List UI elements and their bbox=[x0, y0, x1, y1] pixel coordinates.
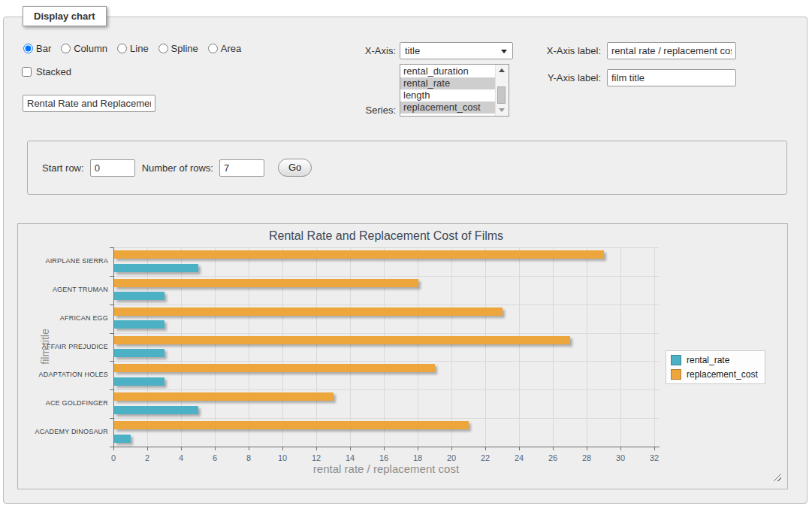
legend-item-rental_rate[interactable]: rental_rate bbox=[671, 355, 758, 365]
gridline-vertical bbox=[384, 247, 385, 447]
bar-replacement_cost bbox=[114, 308, 503, 316]
x-tick-label: 0 bbox=[98, 453, 128, 462]
series-listbox[interactable]: rental_durationrental_ratelengthreplacem… bbox=[400, 64, 509, 117]
resize-handle-icon[interactable] bbox=[773, 473, 781, 481]
x-axis-select-label: X-Axis: bbox=[334, 45, 396, 56]
chart-type-radio-bar[interactable] bbox=[23, 44, 33, 53]
chart-type-option-area[interactable]: Area bbox=[208, 43, 241, 54]
gridline-vertical bbox=[282, 247, 283, 447]
chart-type-radio-spline[interactable] bbox=[158, 44, 168, 53]
chart-type-option-label: Area bbox=[221, 43, 241, 54]
x-tick-mark bbox=[587, 447, 587, 450]
x-tick-label: 26 bbox=[538, 453, 568, 462]
x-tick-mark bbox=[384, 447, 385, 450]
rental_rate-swatch-icon bbox=[671, 355, 681, 365]
x-tick-mark bbox=[553, 447, 554, 450]
series-list-label: Series: bbox=[334, 105, 396, 116]
start-row-input[interactable] bbox=[90, 159, 135, 177]
gridline-vertical bbox=[316, 247, 317, 447]
x-tick-label: 8 bbox=[234, 453, 264, 462]
scrollbar-thumb[interactable] bbox=[497, 86, 506, 104]
bar-replacement_cost bbox=[114, 421, 469, 429]
gridline-horizontal bbox=[113, 389, 659, 390]
gridline-vertical bbox=[418, 247, 418, 447]
x-tick-label: 30 bbox=[605, 453, 635, 462]
x-tick-mark bbox=[654, 447, 655, 450]
bar-rental_rate bbox=[114, 320, 165, 329]
series-option-rental_rate[interactable]: rental_rate bbox=[400, 77, 496, 89]
chart-type-radio-area[interactable] bbox=[208, 44, 218, 53]
x-axis-select[interactable]: title bbox=[400, 42, 513, 59]
fieldset-legend: Display chart bbox=[23, 6, 107, 26]
scroll-down-icon[interactable] bbox=[499, 108, 505, 112]
x-tick-label: 4 bbox=[166, 453, 196, 462]
gridline-vertical bbox=[519, 247, 520, 447]
gridline-vertical bbox=[350, 247, 351, 447]
gridline-vertical bbox=[215, 247, 216, 447]
x-tick-label: 6 bbox=[200, 453, 230, 462]
x-tick-label: 18 bbox=[403, 453, 433, 462]
chart-title: Rental Rate and Replacement Cost of Film… bbox=[113, 229, 659, 243]
dropdown-arrow-icon bbox=[501, 50, 507, 53]
chart-type-option-column[interactable]: Column bbox=[61, 43, 107, 54]
bar-rental_rate bbox=[114, 264, 198, 272]
x-tick-label: 2 bbox=[132, 453, 162, 462]
gridline-horizontal bbox=[113, 333, 659, 334]
chart-type-option-line[interactable]: Line bbox=[117, 43, 149, 54]
x-axis-label-input[interactable] bbox=[607, 42, 736, 59]
x-tick-mark bbox=[485, 447, 486, 450]
x-axis-line bbox=[113, 447, 660, 447]
series-option-replacement_cost[interactable]: replacement_cost bbox=[400, 101, 496, 114]
chart-type-option-label: Spline bbox=[171, 43, 198, 54]
x-tick-mark bbox=[316, 447, 317, 450]
legend-item-label: replacement_cost bbox=[687, 369, 758, 380]
gridline-vertical bbox=[181, 247, 182, 447]
series-option-rental_duration[interactable]: rental_duration bbox=[400, 65, 496, 77]
bar-replacement_cost bbox=[114, 336, 570, 344]
x-tick-label: 10 bbox=[267, 453, 297, 462]
x-tick-label: 22 bbox=[470, 453, 500, 462]
y-axis-title: film title bbox=[38, 271, 53, 422]
x-tick-mark bbox=[147, 447, 148, 450]
y-axis-label-label: Y-Axis label: bbox=[530, 72, 601, 83]
chart-type-option-bar[interactable]: Bar bbox=[23, 43, 51, 54]
stacked-row: Stacked bbox=[22, 66, 71, 77]
bar-rental_rate bbox=[114, 377, 165, 386]
category-label: AIRPLANE SIERRA bbox=[26, 257, 108, 265]
x-tick-mark bbox=[113, 447, 114, 450]
listbox-scrollbar[interactable] bbox=[495, 65, 509, 116]
chart-type-radio-column[interactable] bbox=[61, 44, 71, 53]
x-tick-label: 28 bbox=[572, 453, 602, 462]
gridline-horizontal bbox=[113, 418, 659, 419]
series-option-length[interactable]: length bbox=[400, 89, 496, 101]
legend-item-replacement_cost[interactable]: replacement_cost bbox=[671, 369, 758, 380]
chart-title-input[interactable] bbox=[23, 95, 155, 112]
x-tick-label: 20 bbox=[436, 453, 466, 462]
x-tick-mark bbox=[249, 447, 249, 450]
bar-rental_rate bbox=[114, 406, 198, 414]
x-tick-mark bbox=[519, 447, 520, 450]
gridline-vertical bbox=[451, 247, 452, 447]
gridline-vertical bbox=[485, 247, 486, 447]
bar-replacement_cost bbox=[114, 279, 418, 287]
x-tick-mark bbox=[418, 447, 418, 450]
category-label: ACADEMY DINOSAUR bbox=[26, 428, 108, 435]
x-tick-label: 24 bbox=[504, 453, 534, 462]
number-of-rows-input[interactable] bbox=[219, 159, 264, 177]
chart-type-radio-line[interactable] bbox=[117, 44, 127, 53]
x-tick-label: 14 bbox=[335, 453, 365, 462]
gridline-horizontal bbox=[113, 276, 659, 277]
gridline-vertical bbox=[147, 247, 148, 447]
scroll-up-icon[interactable] bbox=[499, 68, 505, 72]
go-button[interactable]: Go bbox=[278, 159, 312, 177]
chart-type-option-label: Line bbox=[130, 43, 149, 54]
x-axis-title: rental rate / replacement cost bbox=[113, 462, 659, 475]
x-tick-mark bbox=[181, 447, 182, 450]
y-axis-label-input[interactable] bbox=[607, 69, 736, 86]
stacked-checkbox[interactable] bbox=[22, 67, 32, 77]
x-tick-mark bbox=[451, 447, 452, 450]
x-tick-label: 12 bbox=[301, 453, 331, 462]
chart-type-option-spline[interactable]: Spline bbox=[158, 43, 198, 54]
bar-rental_rate bbox=[114, 435, 131, 443]
x-tick-mark bbox=[350, 447, 351, 450]
